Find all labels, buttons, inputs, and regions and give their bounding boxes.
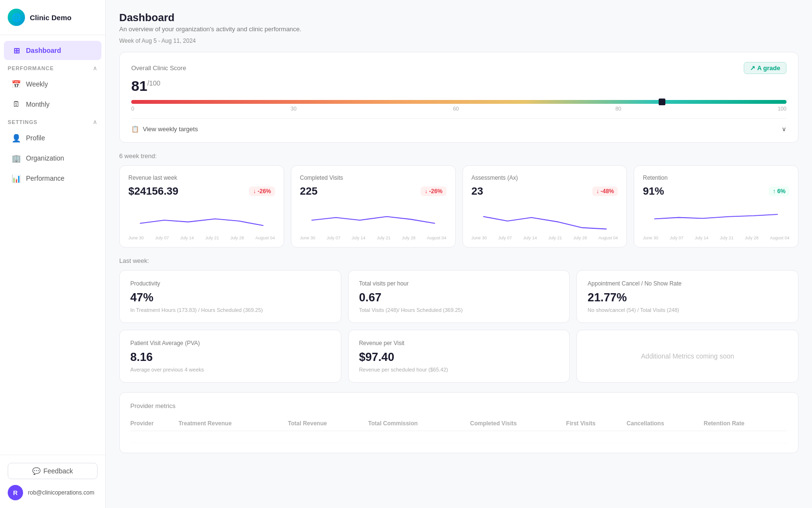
trend-card-1: Completed Visits 225 ↓ -26% June 30July … xyxy=(291,165,456,248)
chart-labels: June 30July 07July 14July 21July 28Augus… xyxy=(300,235,447,240)
week-label: Week of Aug 5 - Aug 11, 2024 xyxy=(119,37,799,44)
trend-card-value: 91% xyxy=(643,185,664,198)
trend-card-row: 23 ↓ -48% xyxy=(472,185,618,198)
grade-text: A grade xyxy=(757,64,780,72)
metric-card-value: 47% xyxy=(130,291,330,304)
chart-labels: June 30July 07July 14July 21July 28Augus… xyxy=(643,235,789,240)
trend-card-title: Revenue last week xyxy=(128,174,275,181)
trend-card-title: Assessments (Ax) xyxy=(472,174,618,181)
metric-card-title: Total visits per hour xyxy=(359,280,559,287)
table-header: Cancellations xyxy=(626,416,703,431)
table-header: Completed Visits xyxy=(470,416,566,431)
grade-badge: ↗ A grade xyxy=(744,62,787,74)
sidebar-monthly-label: Monthly xyxy=(26,100,50,108)
sidebar-nav: ⊞ Dashboard PERFORMANCE ∧ 📅 Weekly 🗓 Mon… xyxy=(0,35,105,455)
user-email: rob@clinicoperations.com xyxy=(28,489,94,496)
trend-card-value: 23 xyxy=(472,185,483,198)
table-header: Total Revenue xyxy=(288,416,368,431)
metric-card-title: Appointment Cancel / No Show Rate xyxy=(587,280,787,287)
score-ticks: 0 30 60 80 100 xyxy=(131,106,787,112)
metric-card-desc: No show/cancel (54) / Total Visits (248) xyxy=(587,307,787,313)
metric-card-0: Productivity 47% In Treatment Hours (173… xyxy=(119,270,341,323)
metric-card-value: $97.40 xyxy=(359,350,559,364)
metric-card-title: Revenue per Visit xyxy=(359,340,559,347)
sidebar-profile-label: Profile xyxy=(26,134,45,142)
trend-grid: Revenue last week $24156.39 ↓ -26% June … xyxy=(119,165,799,248)
sidebar-section-settings: SETTINGS ∧ xyxy=(0,115,105,127)
score-indicator xyxy=(659,99,665,105)
sidebar-item-profile[interactable]: 👤 Profile xyxy=(4,128,101,148)
provider-table-section: Provider metrics ProviderTreatment Reven… xyxy=(119,392,799,453)
trend-card-title: Retention xyxy=(643,174,789,181)
metric-card-desc: Revenue per scheduled hour ($65.42) xyxy=(359,367,559,372)
table-row xyxy=(130,431,787,443)
trend-card-title: Completed Visits xyxy=(300,174,447,181)
sidebar-organization-label: Organization xyxy=(26,154,64,162)
metric-card-value: 8.16 xyxy=(130,350,330,364)
profile-icon: 👤 xyxy=(12,133,21,143)
sidebar-item-dashboard[interactable]: ⊞ Dashboard xyxy=(4,41,101,60)
chevron-down-icon: ∨ xyxy=(782,125,787,133)
metric-card-desc: Average over previous 4 weeks xyxy=(130,367,330,372)
metric-card-value: 21.77% xyxy=(587,291,787,304)
mini-chart xyxy=(643,203,789,232)
trend-card-0: Revenue last week $24156.39 ↓ -26% June … xyxy=(119,165,284,248)
score-card-header: Overall Clinic Score ↗ A grade xyxy=(131,62,787,74)
logo-icon: 🌐 xyxy=(8,9,25,26)
dashboard-icon: ⊞ xyxy=(12,46,21,55)
trend-card-value: $24156.39 xyxy=(128,185,178,198)
metric-card-1: Total visits per hour 0.67 Total Visits … xyxy=(348,270,570,323)
page-title: Dashboard xyxy=(119,12,799,24)
trend-badge: ↓ -26% xyxy=(249,186,275,196)
table-header: Provider xyxy=(130,416,178,431)
score-bar-track xyxy=(131,100,787,104)
feedback-button[interactable]: 💬 Feedback xyxy=(8,463,98,479)
trend-card-value: 225 xyxy=(300,185,318,198)
grade-arrow-icon: ↗ xyxy=(750,64,755,72)
sidebar-item-monthly[interactable]: 🗓 Monthly xyxy=(4,95,101,114)
provider-table-title: Provider metrics xyxy=(130,402,787,409)
avatar: R xyxy=(8,485,23,500)
table-header: Treatment Revenue xyxy=(178,416,288,431)
trend-card-row: 91% ↑ 6% xyxy=(643,185,789,198)
organization-icon: 🏢 xyxy=(12,153,21,163)
sidebar-weekly-label: Weekly xyxy=(26,80,48,88)
sidebar-item-performance[interactable]: 📊 Performance xyxy=(4,169,101,188)
table-header: Total Commission xyxy=(368,416,470,431)
main-content: Dashboard An overview of your organizati… xyxy=(106,0,812,508)
trend-card-3: Retention 91% ↑ 6% June 30July 07July 14… xyxy=(634,165,799,248)
last-week-label: Last week: xyxy=(119,257,799,264)
user-row: R rob@clinicoperations.com xyxy=(8,485,98,500)
sidebar-logo: 🌐 Clinic Demo xyxy=(0,0,105,35)
trend-card-2: Assessments (Ax) 23 ↓ -48% June 30July 0… xyxy=(462,165,627,248)
metric-card-desc: In Treatment Hours (173.83) / Hours Sche… xyxy=(130,307,330,313)
view-targets-button[interactable]: 📋 View weekly targets ∨ xyxy=(131,118,787,133)
metric-card-title: Patient Visit Average (PVA) xyxy=(130,340,330,347)
table-header: First Visits xyxy=(566,416,627,431)
trend-badge: ↓ -48% xyxy=(592,186,618,196)
mini-chart xyxy=(128,203,275,232)
metric-card-title: Productivity xyxy=(130,280,330,287)
targets-icon: 📋 xyxy=(131,125,139,133)
trend-badge: ↓ -26% xyxy=(421,186,446,196)
score-bar: 0 30 60 80 100 xyxy=(131,100,787,112)
metrics-grid: Productivity 47% In Treatment Hours (173… xyxy=(119,270,799,383)
score-label: Overall Clinic Score xyxy=(131,64,186,72)
sidebar-item-weekly[interactable]: 📅 Weekly xyxy=(4,74,101,94)
metric-card-3: Patient Visit Average (PVA) 8.16 Average… xyxy=(119,330,341,383)
sidebar-item-organization[interactable]: 🏢 Organization xyxy=(4,149,101,168)
sidebar-dashboard-label: Dashboard xyxy=(26,47,61,54)
metric-card-value: 0.67 xyxy=(359,291,559,304)
trend-badge: ↑ 6% xyxy=(769,186,789,196)
metric-card-5: Additional Metrics coming soon xyxy=(576,330,799,383)
trend-card-row: $24156.39 ↓ -26% xyxy=(128,185,275,198)
metric-card-2: Appointment Cancel / No Show Rate 21.77%… xyxy=(576,270,799,323)
trend-section-label: 6 week trend: xyxy=(119,152,799,160)
feedback-icon: 💬 xyxy=(32,467,40,475)
metric-card-4: Revenue per Visit $97.40 Revenue per sch… xyxy=(348,330,570,383)
mini-chart xyxy=(472,203,618,232)
provider-table: ProviderTreatment RevenueTotal RevenueTo… xyxy=(130,416,787,443)
chevron-up-icon-2: ∧ xyxy=(93,119,98,125)
chart-labels: June 30July 07July 14July 21July 28Augus… xyxy=(472,235,618,240)
sidebar-performance-label: Performance xyxy=(26,174,64,182)
